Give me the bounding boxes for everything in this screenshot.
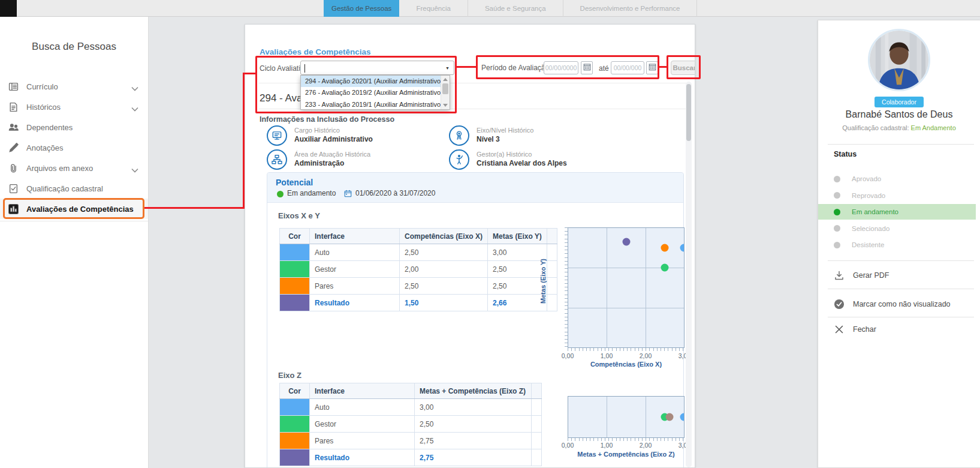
status-item-desistente[interactable]: Desistente: [818, 237, 976, 253]
action-gerar-pdf[interactable]: Gerar PDF: [818, 268, 980, 283]
role-badge-wrap: Colaborador: [818, 96, 980, 107]
table-row: Gestor2,50: [280, 416, 542, 433]
status-item-aprovado[interactable]: Aprovado: [818, 171, 976, 187]
status-item-selecionado[interactable]: Selecionado: [818, 221, 976, 236]
status-item-em-andamento[interactable]: Em andamento: [818, 204, 976, 220]
gridline: [646, 397, 646, 437]
check-circle-icon: [834, 299, 845, 310]
tab-saude-e-seguranca[interactable]: Saúde e Segurança: [468, 0, 563, 17]
manager-icon: [449, 149, 469, 170]
text-cursor: [304, 64, 305, 73]
table-row: Auto2,503,00: [280, 244, 557, 261]
history-doc-icon: [8, 102, 19, 112]
sidebar-item-arquivos-em-anexo[interactable]: Arquivos em anexo: [0, 158, 148, 178]
status-dot: [834, 225, 840, 232]
color-swatch: [280, 295, 309, 311]
color-swatch-cell: [280, 449, 310, 466]
dropdown-option-2[interactable]: 276 - Avaliação 2019/2 (Auxiliar Adminis…: [301, 87, 441, 98]
main-scrollbar[interactable]: [686, 82, 692, 467]
chevron-down-icon: [131, 104, 138, 109]
scrollbar-thumb[interactable]: [686, 84, 691, 141]
corner-menu-block: [0, 0, 17, 17]
gridline: [607, 397, 607, 437]
color-swatch-cell: [280, 244, 310, 261]
info-item-gestor-a-historico: Gestor(a) HistóricoCristiana Avelar dos …: [449, 149, 623, 172]
column-header: Interface: [310, 229, 400, 244]
action-fechar[interactable]: Fechar: [818, 322, 980, 337]
data-point-gestor: [661, 264, 668, 272]
ciclo-avaliativo-select[interactable]: ▼: [300, 61, 454, 75]
info-item-label: Cargo Histórico: [294, 127, 340, 134]
color-swatch-cell: [280, 399, 310, 416]
sidebar-item-label: Dependentes: [26, 123, 73, 132]
sidebar-item-anotacoes[interactable]: Anotações: [0, 137, 148, 158]
sidebar-item-label: Currículo: [26, 82, 58, 91]
buscar-button[interactable]: Buscar: [671, 61, 695, 75]
table-cell: 2,50: [415, 416, 532, 433]
date-to-input[interactable]: [611, 61, 644, 74]
scrollbar-thumb[interactable]: [442, 83, 448, 94]
annotation-connector-line: [144, 207, 243, 209]
action-label: Marcar como não visualizado: [853, 296, 951, 312]
x-tick-label: 1,00: [601, 352, 613, 359]
status-label: Em andamento: [852, 204, 898, 220]
action-marcar-como-nao-visualizado[interactable]: Marcar como não visualizado: [818, 296, 980, 312]
tab-desenvolvimento-e-performance[interactable]: Desenvolvimento e Performance: [563, 0, 698, 17]
table-cell: 2,66: [488, 295, 547, 311]
table-cell: 1,50: [400, 295, 488, 311]
calendar-from-button[interactable]: [581, 61, 593, 74]
avatar: [868, 29, 930, 91]
action-label: Fechar: [853, 322, 876, 337]
potencial-period: 01/06/2020 à 31/07/2020: [355, 189, 435, 197]
x-tick-label: 0,00: [562, 352, 574, 359]
sidebar-item-curriculo[interactable]: Currículo: [0, 76, 148, 97]
table-cell: 2,50: [488, 261, 547, 278]
periodo-avaliacao-label: Período de Avaliação: [481, 64, 549, 72]
info-item-label: Gestor(a) Histórico: [477, 151, 532, 158]
info-item-value: Nível 3: [477, 135, 500, 143]
calendar-to-button[interactable]: [646, 61, 658, 74]
paperclip-icon: [8, 163, 19, 173]
scroll-down-icon[interactable]: [443, 104, 448, 107]
color-swatch: [280, 449, 309, 466]
status-dot: [834, 176, 840, 182]
potencial-header: Potencial Em andamento 01/06/2020 à 31/0…: [267, 173, 683, 203]
xy-scatter-plot: [568, 227, 685, 348]
table-row: Pares2,75: [280, 433, 542, 449]
sidebar-item-dependentes[interactable]: Dependentes: [0, 117, 148, 137]
section-title-xy: Eixos X e Y: [278, 211, 320, 220]
status-label: Desistente: [852, 237, 884, 253]
curriculum-icon: [8, 82, 19, 92]
table-cell: Pares: [310, 433, 415, 449]
scroll-up-icon[interactable]: [443, 78, 448, 81]
dropdown-scrollbar[interactable]: [441, 76, 450, 109]
x-tick-label: 2,00: [640, 442, 652, 449]
table-row: Resultado1,502,66: [280, 295, 557, 311]
color-swatch-cell: [280, 433, 310, 449]
ate-label: até: [599, 64, 609, 73]
sidebar-item-avaliacoes-de-competencias[interactable]: Avaliações de Competências: [0, 199, 148, 219]
date-from-input[interactable]: [544, 61, 578, 74]
divider: [828, 289, 974, 289]
dropdown-option-3[interactable]: 233 - Avaliação 2019/1 (Auxiliar Adminis…: [301, 99, 441, 110]
tab-frequencia[interactable]: Frequência: [399, 0, 468, 17]
color-swatch-cell: [280, 416, 310, 433]
column-header: Cor: [280, 383, 310, 399]
top-tab-bar: Gestão de PessoasFrequênciaSaúde e Segur…: [0, 0, 980, 17]
sidebar-item-qualificacao-cadastral[interactable]: Qualificação cadastral: [0, 178, 148, 199]
sidebar-item-historicos[interactable]: Históricos: [0, 97, 148, 117]
info-item-area-de-atuacao-historica: Área de Atuação HistóricaAdministração: [267, 149, 441, 172]
status-label: Aprovado: [852, 171, 881, 187]
qualification-line: Qualificação cadastral: Em Andamento: [818, 124, 980, 131]
z-axis-label: Metas + Competências (Eixo Z): [568, 451, 685, 458]
status-item-reprovado[interactable]: Reprovado: [818, 188, 976, 203]
status-dot: [277, 191, 284, 197]
potencial-card: Potencial Em andamento 01/06/2020 à 31/0…: [267, 172, 684, 468]
dropdown-option-1[interactable]: 294 - Avaliação 2020/1 (Auxiliar Adminis…: [301, 76, 441, 87]
table-cell: 3,00: [415, 399, 532, 416]
x-minor-ticks: [568, 438, 685, 441]
gridline: [607, 228, 607, 347]
table-cell: 2,50: [400, 278, 488, 295]
ciclo-dropdown-list: 294 - Avaliação 2020/1 (Auxiliar Adminis…: [300, 75, 450, 110]
tab-gestao-de-pessoas[interactable]: Gestão de Pessoas: [324, 0, 399, 17]
